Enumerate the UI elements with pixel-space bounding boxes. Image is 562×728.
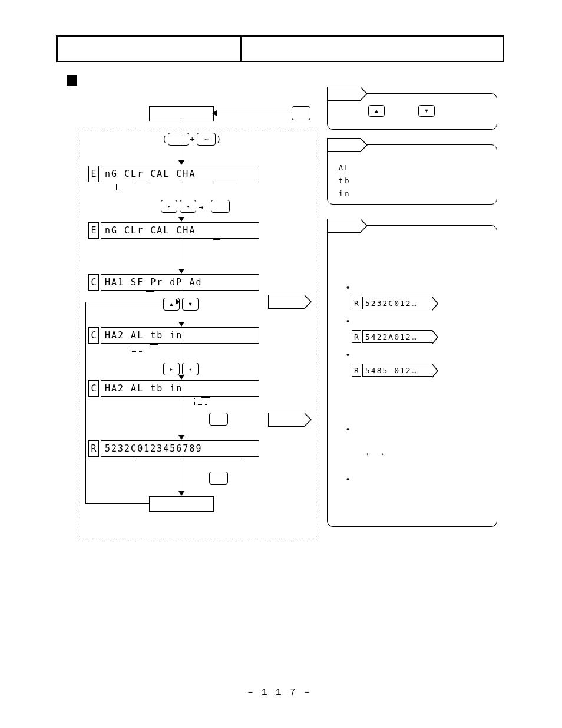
- page-number: －１１７－: [0, 686, 562, 699]
- lcd-main-1: nG CLr CAL CHA: [101, 166, 259, 182]
- bullet-2: •: [346, 317, 349, 326]
- lcd-main-3: HA1 SF Pr dP Ad: [101, 274, 259, 291]
- key-nav-2a: ▸: [163, 363, 180, 375]
- note2-line3: in: [339, 190, 351, 198]
- lcd-row-2: E nG CLr CAL CHA: [88, 222, 259, 239]
- lcd-main-5: HA2 AL tb in: [101, 380, 259, 397]
- plus-sign: +: [190, 134, 194, 144]
- header-table: [56, 35, 504, 62]
- note-tag-1: [327, 87, 361, 101]
- arrow-chain: → →: [362, 449, 385, 459]
- paren-close: ): [216, 134, 221, 144]
- tag-2: [268, 413, 305, 427]
- small-lcd-3: R 5485 012…: [352, 364, 432, 377]
- lcd-row-6: R 5232C0123456789: [88, 440, 259, 457]
- bullet-4: •: [346, 424, 349, 434]
- bullet-3: •: [346, 350, 349, 360]
- note1-key-down-label: ▼: [424, 108, 429, 114]
- note2-line2: tb: [339, 177, 351, 185]
- lcd-row-4: C HA2 AL tb in: [88, 327, 259, 344]
- note2-line1: AL: [339, 164, 351, 172]
- lcd-main-4: HA2 AL tb in: [101, 327, 259, 344]
- lcd-prefix-1: E: [88, 166, 99, 182]
- note-tag-2: [327, 138, 361, 152]
- note-box-2: [327, 144, 497, 205]
- key-combo-1: [168, 133, 189, 146]
- key-nav-1a-label: ▸: [168, 204, 170, 209]
- header-cell-left: [58, 37, 242, 61]
- lcd-row-3: C HA1 SF Pr dP Ad: [88, 274, 259, 291]
- lcd-main-2: nG CLr CAL CHA: [101, 222, 259, 239]
- paren-open: (: [162, 134, 167, 144]
- lcd-prefix-3: C: [88, 274, 99, 291]
- key-down: ▼: [182, 298, 199, 311]
- small-lcd-1: R 5232C012…: [352, 297, 432, 309]
- note1-key-up-label: ▲: [374, 108, 379, 114]
- key-combo-2: ～: [197, 133, 216, 146]
- lcd-prefix-6: R: [88, 440, 99, 457]
- lcd-prefix-5: C: [88, 380, 99, 397]
- key-nav-1b-label: ◂: [187, 204, 189, 209]
- arrow-1: →: [199, 202, 203, 212]
- lcd-prefix-4: C: [88, 327, 99, 344]
- note1-key-up: ▲: [368, 105, 385, 117]
- lcd-prefix-2: E: [88, 222, 99, 239]
- key-nav-1c: [211, 200, 230, 213]
- tag-1: [268, 295, 305, 309]
- bullet-1: •: [346, 283, 349, 292]
- lcd-row-5: C HA2 AL tb in: [88, 380, 259, 397]
- tilde-label: ～: [203, 135, 210, 144]
- lcd-row-1: E nG CLr CAL CHA: [88, 166, 259, 182]
- start-box: [149, 106, 214, 121]
- key-start: [292, 106, 310, 120]
- key-enter-2: [209, 472, 228, 485]
- key-nav-2b: ◂: [182, 363, 199, 375]
- header-cell-right: [242, 37, 503, 61]
- note-tag-3: [327, 219, 361, 233]
- key-nav-1a: ▸: [161, 200, 177, 213]
- key-down-label: ▼: [188, 301, 193, 307]
- small-lcd-2: R 5422A012…: [352, 330, 432, 343]
- key-enter-1: [209, 413, 228, 426]
- end-box: [149, 496, 214, 512]
- lcd-main-6: 5232C0123456789: [101, 440, 259, 457]
- bullet-5: •: [346, 475, 349, 484]
- note1-key-down: ▼: [418, 105, 435, 117]
- key-nav-1b: ◂: [180, 200, 196, 213]
- section-marker: [67, 75, 77, 86]
